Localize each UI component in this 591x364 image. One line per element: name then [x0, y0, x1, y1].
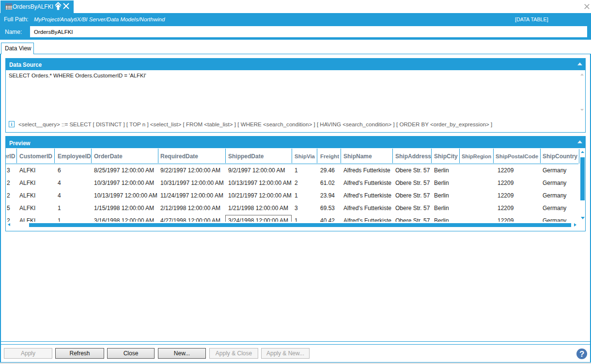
svg-text:?: ? [579, 349, 584, 359]
